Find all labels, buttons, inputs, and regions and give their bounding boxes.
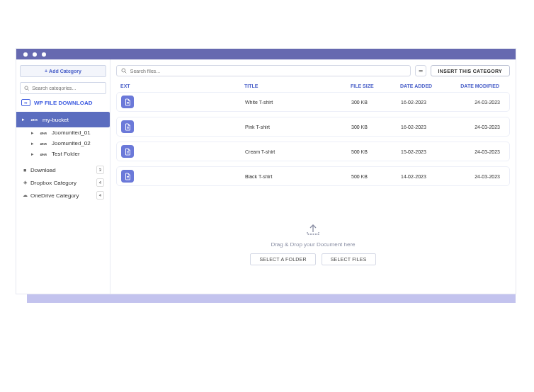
count-badge: 4 — [96, 191, 104, 200]
app-window: + Add Category ∞ WP FILE DOWNLOAD ▸ aws … — [16, 49, 516, 294]
tree-item-label: my-bucket — [42, 117, 69, 123]
file-date-modified: 24-03-2023 — [454, 100, 500, 105]
table-row[interactable]: Pink T-shirt300 KB16-02-202324-03-2023 — [116, 117, 510, 137]
tree-item-onedrive[interactable]: ☁ OneDrive Category 4 — [20, 189, 106, 202]
caret-right-icon: ▸ — [22, 117, 26, 122]
file-title: White T-shirt — [245, 100, 351, 105]
svg-line-3 — [125, 71, 126, 73]
table-row[interactable]: Cream T-shirt500 KB15-02-202324-03-2023 — [116, 142, 510, 161]
dropzone[interactable]: Drag & Drop your Document here SELECT A … — [116, 186, 510, 294]
tree-item-label: Download — [30, 167, 56, 173]
aws-logo-icon: aws — [38, 142, 49, 146]
cloud-icon: ☁ — [22, 192, 28, 198]
tree-item-my-bucket[interactable]: ▸ aws my-bucket — [16, 112, 110, 127]
plus-icon: + — [45, 69, 47, 74]
tree-item-download[interactable]: ■ Download 3 — [20, 163, 106, 176]
tree-item-label: Joomunited_02 — [52, 140, 91, 146]
main-area: ⚌ INSERT THIS CATEGORY EXT TITLE FILE SI… — [110, 59, 516, 294]
folder-icon: ■ — [22, 167, 28, 173]
dropzone-label: Drag & Drop your Document here — [271, 241, 355, 248]
tree-item-sub-1[interactable]: ▸ aws Joomunited_02 — [29, 138, 106, 149]
tree-item-sub-0[interactable]: ▸ aws Joomunited_01 — [29, 127, 106, 138]
table-row[interactable]: Black T-shirt500 KB14-02-202324-03-2023 — [116, 166, 510, 186]
toolbar: ⚌ INSERT THIS CATEGORY — [116, 65, 510, 76]
file-date-modified: 24-03-2023 — [454, 149, 500, 154]
search-icon — [121, 68, 127, 74]
tree-item-label: Dropbox Category — [30, 180, 76, 186]
file-size: 500 KB — [351, 174, 401, 179]
file-title: Cream T-shirt — [245, 149, 351, 154]
tree-item-label: Joomunited_01 — [52, 129, 91, 136]
file-date-added: 15-02-2023 — [401, 149, 454, 154]
caret-right-icon: ▸ — [31, 130, 35, 136]
tree-item-dropbox[interactable]: ◈ Dropbox Category 4 — [20, 176, 106, 189]
col-header-ext[interactable]: EXT — [120, 83, 244, 88]
caret-right-icon: ▸ — [31, 141, 35, 146]
col-header-modified[interactable]: DATE MODIFIED — [453, 83, 499, 88]
table-header: EXT TITLE FILE SIZE DATE ADDED DATE MODI… — [116, 83, 510, 92]
table-row[interactable]: White T-shirt300 KB16-02-202324-03-2023 — [116, 92, 510, 112]
insert-category-label: INSERT THIS CATEGORY — [438, 69, 502, 74]
caret-right-icon: ▸ — [31, 151, 35, 157]
sliders-icon: ⚌ — [419, 68, 423, 74]
upload-icon — [305, 224, 321, 238]
select-folder-button[interactable]: SELECT A FOLDER — [250, 253, 315, 265]
tree-item-label: Test Folder — [52, 151, 80, 157]
insert-category-button[interactable]: INSERT THIS CATEGORY — [431, 65, 510, 76]
category-tree: ▸ aws my-bucket ▸ aws Joomunited_01 ▸ aw… — [20, 112, 106, 202]
file-rows: White T-shirt300 KB16-02-202324-03-2023P… — [116, 92, 510, 186]
col-header-title[interactable]: TITLE — [244, 83, 351, 88]
col-header-added[interactable]: DATE ADDED — [400, 83, 453, 88]
svg-point-2 — [122, 69, 125, 72]
file-size: 300 KB — [351, 125, 401, 129]
col-header-size[interactable]: FILE SIZE — [351, 83, 400, 88]
select-files-button[interactable]: SELECT FILES — [322, 253, 376, 265]
category-search[interactable] — [20, 82, 106, 94]
file-icon — [121, 170, 134, 183]
svg-point-0 — [25, 86, 28, 89]
aws-logo-icon: aws — [38, 152, 49, 156]
file-date-added: 16-02-2023 — [401, 100, 454, 105]
file-icon — [121, 120, 134, 133]
filter-button[interactable]: ⚌ — [415, 65, 426, 76]
search-icon — [24, 86, 29, 91]
add-category-label: Add Category — [49, 69, 81, 74]
tree-item-sub-2[interactable]: ▸ aws Test Folder — [29, 149, 106, 159]
file-size: 300 KB — [351, 100, 401, 105]
file-date-added: 16-02-2023 — [401, 125, 454, 129]
category-search-input[interactable] — [32, 86, 102, 91]
aws-logo-icon: aws — [29, 117, 40, 122]
file-search-input[interactable] — [130, 69, 406, 74]
tree-item-label: OneDrive Category — [30, 192, 79, 199]
svg-line-1 — [28, 89, 29, 91]
dropbox-icon: ◈ — [22, 180, 28, 185]
file-search[interactable] — [116, 65, 411, 76]
app-name-label: WP FILE DOWNLOAD — [34, 100, 93, 106]
sidebar: + Add Category ∞ WP FILE DOWNLOAD ▸ aws … — [16, 59, 110, 294]
window-dot-icon — [23, 52, 28, 57]
file-icon — [121, 145, 134, 158]
window-titlebar — [16, 49, 516, 59]
app-logo-icon: ∞ — [21, 99, 30, 106]
file-title: Pink T-shirt — [245, 125, 351, 129]
file-date-added: 14-02-2023 — [401, 174, 454, 179]
file-date-modified: 24-03-2023 — [454, 125, 500, 129]
count-badge: 3 — [96, 166, 104, 174]
count-badge: 4 — [96, 178, 104, 187]
aws-logo-icon: aws — [38, 131, 49, 135]
add-category-button[interactable]: + Add Category — [20, 65, 106, 77]
file-date-modified: 24-03-2023 — [454, 174, 500, 179]
window-dot-icon — [33, 52, 37, 57]
app-name-row: ∞ WP FILE DOWNLOAD — [20, 99, 106, 106]
file-size: 500 KB — [351, 149, 401, 154]
file-icon — [121, 96, 134, 108]
window-dot-icon — [42, 52, 46, 57]
file-title: Black T-shirt — [245, 174, 351, 179]
